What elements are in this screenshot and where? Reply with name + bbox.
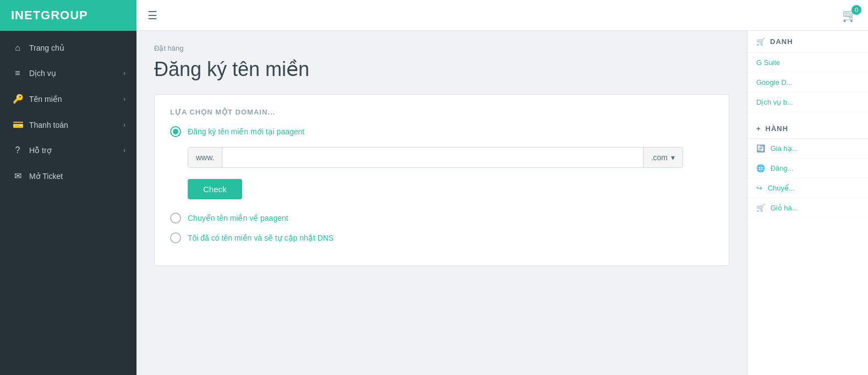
- sidebar-item-mo-ticket[interactable]: ✉ Mở Ticket: [0, 163, 137, 189]
- services-icon: ≡: [13, 68, 23, 78]
- plus-icon: +: [756, 124, 761, 133]
- sidebar-item-ho-tro[interactable]: ? Hỗ trợ ›: [0, 138, 137, 163]
- chevron-right-icon: ›: [123, 146, 125, 154]
- sidebar-nav: ⌂ Trang chủ ≡ Dịch vụ › 🔑 Tên miền › 💳 T…: [0, 31, 137, 375]
- domain-section: LỰA CHỌN MỘT DOMAIN... Đăng ký tên miền …: [154, 94, 729, 266]
- transfer-icon: ↪: [756, 184, 762, 192]
- domain-prefix: www.: [188, 148, 222, 167]
- support-icon: ?: [13, 145, 23, 155]
- domain-tld-selector[interactable]: .com ▾: [643, 148, 683, 167]
- right-danh-header: 🛒 DANH: [747, 31, 868, 53]
- option-own-dns-label: Tôi đã có tên miền và sẽ tự cập nhật DNS: [188, 233, 334, 242]
- sidebar-item-label: Mở Ticket: [29, 172, 63, 181]
- menu-icon[interactable]: ☰: [148, 9, 157, 22]
- domain-input[interactable]: [222, 148, 642, 167]
- cart-icon[interactable]: 🛒 0: [842, 8, 857, 23]
- sidebar-item-label: Tên miền: [29, 95, 62, 104]
- sidebar: INETGROUP ⌂ Trang chủ ≡ Dịch vụ › 🔑 Tên …: [0, 0, 137, 375]
- chevron-right-icon: ›: [123, 69, 125, 77]
- sidebar-item-dich-vu[interactable]: ≡ Dịch vụ ›: [0, 61, 137, 86]
- sidebar-item-thanh-toan[interactable]: 💳 Thanh toán ›: [0, 112, 137, 138]
- right-link-dich-vu-b[interactable]: Dịch vụ b...: [747, 93, 868, 112]
- right-link-gsuite[interactable]: G Suite: [747, 53, 868, 73]
- right-link-chuyen[interactable]: ↪ Chuyể...: [747, 178, 868, 198]
- chevron-down-icon: ▾: [671, 153, 675, 162]
- option-own-dns[interactable]: Tôi đã có tên miền và sẽ tự cập nhật DNS: [170, 232, 713, 243]
- right-link-gia-ha[interactable]: 🔄 Gia hạ...: [747, 139, 868, 159]
- sidebar-item-label: Hỗ trợ: [29, 146, 52, 155]
- cart-link-icon: 🛒: [756, 204, 765, 212]
- sidebar-item-trang-chu[interactable]: ⌂ Trang chủ: [0, 35, 137, 61]
- home-icon: ⌂: [13, 43, 23, 53]
- sidebar-item-label: Dịch vụ: [29, 69, 56, 78]
- cart-badge: 0: [851, 5, 861, 15]
- section-label: LỰA CHỌN MỘT DOMAIN...: [170, 108, 713, 116]
- chevron-right-icon: ›: [123, 95, 125, 103]
- right-hanh-header: + HÀNH: [747, 117, 868, 139]
- right-link-dang[interactable]: 🌐 Đăng...: [747, 159, 868, 178]
- right-link-google-drive[interactable]: Google D...: [747, 73, 868, 93]
- option-register-label: Đăng ký tên miền mới tại paagent: [188, 127, 304, 136]
- page-title: Đăng ký tên miền: [154, 58, 729, 81]
- cart-small-icon: 🛒: [756, 37, 766, 46]
- main-area: ☰ 🛒 0 Đặt hàng Đăng ký tên miền LỰA CHỌN…: [137, 0, 868, 375]
- domain-icon: 🔑: [13, 94, 23, 104]
- right-sidebar: 🛒 DANH G Suite Google D... Dịch vụ b... …: [747, 31, 868, 375]
- chevron-right-icon: ›: [123, 121, 125, 129]
- refresh-icon: 🔄: [756, 144, 765, 153]
- globe-icon: 🌐: [756, 164, 765, 172]
- option-register-new[interactable]: Đăng ký tên miền mới tại paagent: [170, 126, 713, 137]
- radio-transfer[interactable]: [170, 213, 181, 224]
- main-content: Đặt hàng Đăng ký tên miền LỰA CHỌN MỘT D…: [137, 31, 747, 375]
- ticket-icon: ✉: [13, 171, 23, 181]
- radio-register-new[interactable]: [170, 126, 181, 137]
- tld-value: .com: [651, 153, 668, 162]
- sidebar-item-label: Thanh toán: [29, 121, 68, 129]
- option-transfer-label: Chuyển tên miền về paagent: [188, 214, 288, 222]
- topbar: ☰ 🛒 0: [137, 0, 868, 31]
- payment-icon: 💳: [13, 119, 23, 130]
- sidebar-item-label: Trang chủ: [29, 44, 64, 52]
- radio-own-dns[interactable]: [170, 232, 181, 243]
- domain-input-row: www. .com ▾: [188, 147, 683, 168]
- breadcrumb: Đặt hàng: [154, 44, 729, 52]
- check-button[interactable]: Check: [188, 179, 242, 199]
- sidebar-item-ten-mien[interactable]: 🔑 Tên miền ›: [0, 86, 137, 112]
- content-wrapper: Đặt hàng Đăng ký tên miền LỰA CHỌN MỘT D…: [137, 31, 868, 375]
- option-transfer[interactable]: Chuyển tên miền về paagent: [170, 213, 713, 224]
- sidebar-logo: INETGROUP: [0, 0, 137, 31]
- right-link-gio-ha[interactable]: 🛒 Giỏ hà...: [747, 198, 868, 218]
